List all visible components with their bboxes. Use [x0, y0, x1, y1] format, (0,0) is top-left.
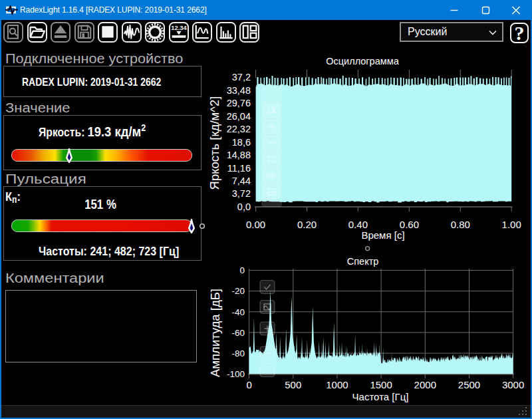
svg-text:29,76: 29,76: [227, 98, 251, 108]
svg-text:-20: -20: [231, 286, 245, 296]
svg-text:Частота [Гц]: Частота [Гц]: [352, 391, 409, 402]
svg-text:500: 500: [285, 379, 301, 390]
svg-text:0.20: 0.20: [297, 219, 317, 230]
svg-text:26,04: 26,04: [227, 111, 251, 122]
svg-text:Время [с]: Время [с]: [361, 229, 404, 241]
svg-text:-40: -40: [231, 307, 245, 317]
svg-text:0.80: 0.80: [451, 219, 470, 230]
svg-text:3,72: 3,72: [232, 188, 251, 199]
svg-text:0.00: 0.00: [246, 219, 265, 230]
svg-text:-100: -100: [227, 369, 245, 379]
svg-text:18,6: 18,6: [232, 137, 251, 148]
svg-text:1.00: 1.00: [502, 219, 521, 230]
svg-text:-60: -60: [231, 328, 245, 338]
svg-text:7,44: 7,44: [232, 176, 251, 186]
svg-text:-80: -80: [231, 349, 245, 358]
svg-text:2500: 2500: [458, 379, 480, 390]
svg-text:Яркость [кд/м^2]: Яркость [кд/м^2]: [207, 96, 221, 190]
svg-text:11,16: 11,16: [227, 163, 251, 174]
svg-text:Спектр: Спектр: [347, 256, 379, 267]
svg-text:3000: 3000: [502, 379, 524, 390]
svg-text:0: 0: [239, 265, 245, 275]
svg-text:12.34: 12.34: [171, 24, 187, 31]
svg-text:0,0: 0,0: [237, 202, 251, 212]
svg-text:33,48: 33,48: [227, 85, 251, 96]
svg-text:0.60: 0.60: [400, 219, 419, 230]
svg-text:1000: 1000: [326, 379, 348, 390]
svg-text:Амплитуда [дБ]: Амплитуда [дБ]: [208, 289, 222, 377]
svg-text:2000: 2000: [414, 379, 436, 390]
svg-text:1500: 1500: [370, 379, 392, 390]
svg-text:Осциллограмма: Осциллограмма: [326, 56, 399, 67]
svg-text:0: 0: [246, 379, 251, 390]
svg-text:0.40: 0.40: [348, 219, 368, 230]
svg-text:14,88: 14,88: [227, 150, 251, 160]
svg-text:37,2: 37,2: [232, 72, 251, 82]
svg-text:22,32: 22,32: [227, 124, 251, 134]
